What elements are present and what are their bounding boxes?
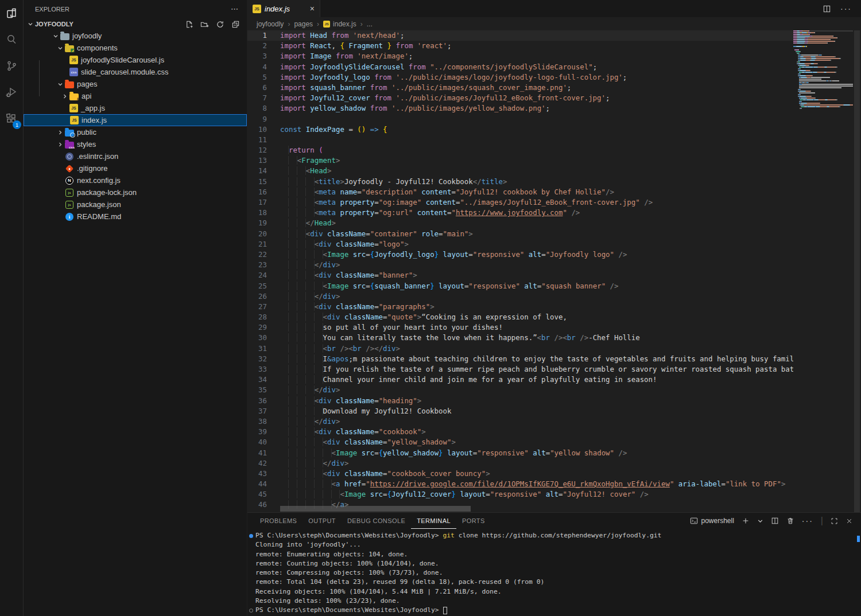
tree-item-label: README.md — [77, 212, 121, 221]
new-terminal-icon[interactable] — [742, 517, 750, 525]
sidebar-explorer: EXPLORER ⋯ JOYFOODLY — [24, 0, 247, 616]
refresh-icon[interactable] — [216, 20, 224, 29]
minimap-line — [793, 70, 853, 71]
terminal-output[interactable]: PS C:\Users\steph\Documents\Websites\Joy… — [247, 531, 861, 616]
minimap-line — [793, 48, 853, 49]
code-line: 26 </div> — [247, 291, 793, 302]
command-decoration-hollow[interactable] — [249, 609, 253, 613]
tab-close-icon[interactable]: × — [310, 5, 315, 13]
line-number: 14 — [247, 166, 280, 176]
breadcrumb-item-joyfoodly[interactable]: joyfoodly — [257, 20, 284, 28]
collapse-folders-icon[interactable] — [231, 20, 240, 29]
panel-tab-terminal[interactable]: TERMINAL — [411, 513, 456, 529]
tree-item-label: joyfoodlySlideCarousel.js — [81, 56, 164, 64]
tree-item-next-config-js[interactable]: Nnext.config.js — [24, 174, 247, 186]
terminal-shell-selector[interactable]: powershell — [690, 517, 734, 525]
code-line: 21 <div className="logo"> — [247, 239, 793, 249]
tree-item-readme-md[interactable]: iREADME.md — [24, 210, 247, 223]
explorer-section-joyfoodly[interactable]: JOYFOODLY — [24, 18, 247, 30]
minimap-line — [793, 42, 853, 44]
line-number: 32 — [247, 354, 280, 364]
line-number: 4 — [247, 62, 280, 72]
line-number: 27 — [247, 302, 280, 312]
breadcrumb-item--[interactable]: ... — [367, 20, 373, 28]
line-number: 17 — [247, 197, 280, 208]
minimap[interactable] — [793, 30, 853, 512]
code-line: 45 <Image src={Joyful12_cover} layout="r… — [247, 489, 793, 500]
new-folder-icon[interactable] — [200, 20, 209, 29]
editor-vertical-scrollbar[interactable] — [853, 30, 861, 512]
split-terminal-icon[interactable] — [771, 517, 779, 525]
explorer-more-actions-icon[interactable]: ⋯ — [231, 5, 239, 13]
panel-tab-ports[interactable]: PORTS — [456, 513, 491, 529]
tree-item-styles[interactable]: cssstyles — [24, 138, 247, 150]
code-line: 42 </div> — [247, 458, 793, 469]
close-panel-icon[interactable] — [846, 517, 853, 525]
breadcrumb-item-pages[interactable]: pages — [294, 20, 313, 28]
code-line: 6import squash_banner from '../public/im… — [247, 83, 793, 93]
minimap-line — [793, 99, 853, 100]
code-line: 5import Joyfoodly_logo from '../public/i… — [247, 72, 793, 83]
editor-tab-strip: JS index.js × ··· — [247, 0, 861, 17]
maximize-panel-icon[interactable] — [831, 517, 838, 525]
tree-item-public[interactable]: public — [24, 126, 247, 138]
breadcrumb-item-index-js[interactable]: JSindex.js — [323, 20, 356, 28]
tree-indent-guide — [39, 60, 40, 96]
terminal-line: PS C:\Users\steph\Documents\Websites\Joy… — [247, 606, 861, 615]
code-line: 14 <Head> — [247, 166, 793, 176]
split-editor-icon[interactable] — [823, 5, 831, 13]
minimap-line — [793, 98, 853, 99]
panel-tab-problems[interactable]: PROBLEMS — [254, 513, 302, 529]
line-number: 45 — [247, 489, 280, 500]
minimap-line — [793, 63, 853, 64]
tree-item-slide-carousel-module-css[interactable]: cssslide_carousel.module.css — [24, 66, 247, 78]
run-debug-activity-button[interactable] — [0, 79, 23, 106]
minimap-line — [793, 73, 853, 75]
tree-item--app-js[interactable]: JS_app.js — [24, 102, 247, 114]
minimap-line — [793, 30, 853, 32]
command-decoration-filled[interactable] — [249, 534, 253, 538]
code-line: 23 </div> — [247, 260, 793, 270]
shell-label: powershell — [701, 517, 734, 525]
tab-index-js[interactable]: JS index.js × — [247, 0, 320, 17]
line-number: 35 — [247, 385, 280, 395]
code-line: 31 <br /><br /></div> — [247, 344, 793, 354]
tree-item-index-js[interactable]: JSindex.js — [24, 114, 247, 126]
launch-profile-chevron-icon[interactable] — [757, 518, 763, 524]
minimap-line — [793, 77, 853, 78]
kill-terminal-trash-icon[interactable] — [786, 517, 794, 525]
breadcrumb-separator-icon: › — [360, 20, 363, 28]
line-number: 10 — [247, 124, 280, 135]
search-activity-button[interactable] — [0, 26, 23, 53]
code-line: 1import Head from 'next/head'; — [247, 30, 793, 41]
tree-item--eslintrc-json[interactable]: .eslintrc.json — [24, 150, 247, 162]
tree-item-pages[interactable]: pages — [24, 78, 247, 90]
source-control-activity-button[interactable] — [0, 53, 23, 79]
panel-more-actions-icon[interactable]: ··· — [802, 516, 813, 525]
tree-item-api[interactable]: #api — [24, 90, 247, 102]
line-number: 19 — [247, 218, 280, 228]
explorer-activity-button[interactable] — [0, 0, 23, 26]
line-number: 22 — [247, 249, 280, 260]
tree-item-label: pages — [77, 80, 97, 88]
editor-horizontal-scrollbar[interactable] — [280, 506, 471, 512]
tree-item-joyfoodlyslidecarousel-js[interactable]: JSjoyfoodlySlideCarousel.js — [24, 54, 247, 66]
line-number: 20 — [247, 229, 280, 239]
minimap-line — [793, 101, 853, 102]
editor-more-actions-icon[interactable]: ··· — [840, 4, 852, 13]
tree-item-components[interactable]: ◩components — [24, 42, 247, 54]
line-number: 25 — [247, 281, 280, 291]
panel-tab-debug-console[interactable]: DEBUG CONSOLE — [342, 513, 411, 529]
tree-item-joyfoodly[interactable]: joyfoodly — [24, 30, 247, 42]
line-number: 46 — [247, 500, 280, 510]
line-number: 23 — [247, 260, 280, 270]
extensions-activity-button[interactable]: 1 — [0, 106, 23, 132]
new-file-icon[interactable] — [185, 20, 193, 29]
panel-tab-output[interactable]: OUTPUT — [302, 513, 342, 529]
code-area[interactable]: 1import Head from 'next/head';2import Re… — [247, 30, 793, 512]
tree-item--gitignore[interactable]: .gitignore — [24, 162, 247, 174]
chevron-down-icon — [26, 21, 35, 27]
tree-item-package-lock-json[interactable]: jspackage-lock.json — [24, 186, 247, 198]
code-line: 17 <meta property="og:image" content="..… — [247, 197, 793, 208]
tree-item-package-json[interactable]: jspackage.json — [24, 198, 247, 210]
